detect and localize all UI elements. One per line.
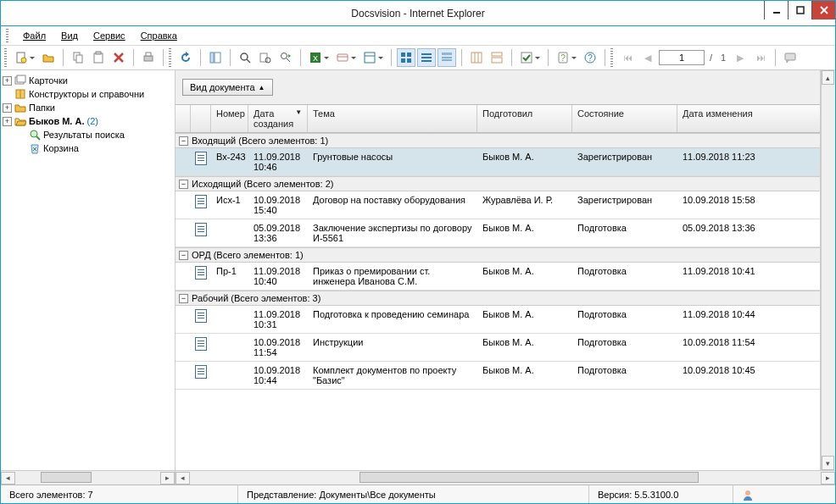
view-mode-button[interactable] bbox=[360, 48, 386, 67]
col-modified[interactable]: Дата изменения bbox=[677, 105, 794, 132]
group-row[interactable]: −Входящий (Всего элементов: 1) bbox=[176, 133, 820, 148]
tree-expander-spacer bbox=[3, 90, 12, 99]
table-row[interactable]: Пр-111.09.2018 10:40Приказ о премировани… bbox=[176, 263, 820, 291]
svg-rect-47 bbox=[785, 53, 795, 60]
columns-button[interactable] bbox=[467, 48, 486, 67]
grouping-button[interactable] bbox=[488, 48, 506, 67]
search-button[interactable] bbox=[236, 48, 254, 67]
col-number[interactable]: Номер bbox=[211, 105, 248, 132]
toggle-tree-button[interactable] bbox=[206, 48, 225, 67]
chat-button[interactable] bbox=[781, 48, 800, 67]
maximize-button[interactable] bbox=[788, 1, 811, 19]
copy-button[interactable] bbox=[69, 48, 87, 67]
tree-expander-icon[interactable]: + bbox=[3, 103, 12, 113]
col-state[interactable]: Состояние bbox=[572, 105, 677, 132]
group-row[interactable]: −ОРД (Всего элементов: 1) bbox=[176, 247, 820, 263]
group-row[interactable]: −Исходящий (Всего элементов: 2) bbox=[176, 176, 820, 191]
tree-expander-icon[interactable]: + bbox=[3, 76, 12, 86]
group-collapse-icon[interactable]: − bbox=[179, 251, 188, 260]
table-row[interactable]: 05.09.2018 13:36Заключение экспертизы по… bbox=[176, 219, 820, 247]
group-title: Исходящий (Всего элементов: 2) bbox=[192, 179, 333, 189]
table-row[interactable]: Вх-24311.09.2018 10:46Грунтовые насосыБы… bbox=[176, 148, 820, 176]
scroll-left-icon[interactable]: ◂ bbox=[1, 472, 15, 485]
group-collapse-icon[interactable]: − bbox=[179, 294, 188, 303]
menubar: Файл Вид Сервис Справка bbox=[1, 26, 835, 46]
menu-view[interactable]: Вид bbox=[54, 29, 85, 42]
copy-icon bbox=[71, 51, 85, 64]
col-expander[interactable] bbox=[176, 105, 191, 132]
help-dropdown-button[interactable]: ? bbox=[554, 48, 579, 67]
menu-service[interactable]: Сервис bbox=[86, 29, 132, 42]
document-icon bbox=[195, 365, 207, 379]
group-row[interactable]: −Рабочий (Всего элементов: 3) bbox=[176, 291, 820, 306]
grid-scroll-right-icon[interactable]: ▸ bbox=[821, 472, 835, 485]
scroll-down-icon[interactable]: ▾ bbox=[822, 456, 834, 470]
folder-tree[interactable]: +КарточкиКонструкторы и справочни+Папки+… bbox=[1, 70, 175, 470]
view-list-button[interactable] bbox=[417, 48, 436, 67]
tree-node[interactable]: Корзина bbox=[3, 141, 173, 155]
view-details-button[interactable] bbox=[438, 48, 456, 67]
tree-node[interactable]: Результаты поиска bbox=[3, 128, 173, 141]
svg-rect-12 bbox=[144, 56, 153, 61]
scroll-up-icon[interactable]: ▴ bbox=[822, 70, 834, 85]
card-action-button[interactable] bbox=[333, 48, 359, 67]
group-by-chip[interactable]: Вид документа ▲ bbox=[182, 79, 273, 96]
cell-created: 11.09.2018 10:31 bbox=[248, 306, 308, 333]
group-by-bar[interactable]: Вид документа ▲ bbox=[176, 70, 820, 105]
table-row[interactable]: 10.09.2018 10:44Комплект документов по п… bbox=[176, 362, 820, 390]
scroll-right-icon[interactable]: ▸ bbox=[160, 472, 175, 485]
grid-scroll-thumb[interactable] bbox=[359, 472, 699, 483]
col-icon[interactable] bbox=[191, 105, 211, 132]
grid-hscrollbar[interactable]: ◂ ▸ bbox=[176, 470, 835, 485]
group-title: ОРД (Всего элементов: 1) bbox=[192, 250, 304, 260]
check-button[interactable] bbox=[517, 48, 543, 67]
help-book-icon: ? bbox=[556, 51, 570, 64]
cell-theme: Грунтовые насосы bbox=[308, 148, 477, 165]
group-collapse-icon[interactable]: − bbox=[179, 180, 188, 189]
page-last-button[interactable]: ⏭ bbox=[751, 48, 770, 67]
table-row[interactable]: 11.09.2018 10:31Подготовка к проведению … bbox=[176, 306, 820, 334]
delete-button[interactable] bbox=[109, 48, 128, 67]
tree-node[interactable]: +Быков М. А. (2) bbox=[3, 114, 173, 128]
table-row[interactable]: Исх-110.09.2018 15:40Договор на поставку… bbox=[176, 191, 820, 219]
paste-button[interactable] bbox=[89, 48, 108, 67]
page-first-button[interactable]: ⏮ bbox=[618, 48, 637, 67]
help-button[interactable]: ? bbox=[581, 48, 599, 67]
group-collapse-icon[interactable]: − bbox=[179, 136, 188, 146]
advanced-search-button[interactable] bbox=[256, 48, 275, 67]
grid-scroll-left-icon[interactable]: ◂ bbox=[176, 472, 190, 485]
menu-file[interactable]: Файл bbox=[16, 29, 53, 42]
tree-label: Конструкторы и справочни bbox=[29, 89, 144, 99]
svg-point-54 bbox=[745, 490, 750, 496]
cell-modified: 11.09.2018 10:41 bbox=[677, 263, 794, 280]
find-next-button[interactable] bbox=[276, 48, 295, 67]
tree-expander-icon[interactable]: + bbox=[3, 117, 12, 126]
tree-scroll-thumb[interactable] bbox=[41, 472, 92, 483]
refresh-button[interactable] bbox=[176, 48, 195, 67]
cell-state: Подготовка bbox=[572, 219, 677, 236]
col-created[interactable]: Дата создания ▼ bbox=[248, 105, 308, 132]
tree-node[interactable]: +Папки bbox=[3, 101, 173, 114]
table-row[interactable]: 10.09.2018 11:54ИнструкцииБыков М. А.Под… bbox=[176, 334, 820, 362]
tree-node[interactable]: +Карточки bbox=[3, 74, 173, 87]
minimize-button[interactable] bbox=[764, 1, 788, 19]
svg-rect-7 bbox=[76, 55, 82, 63]
tree-hscrollbar[interactable]: ◂ ▸ bbox=[1, 470, 175, 485]
page-next-button[interactable]: ▶ bbox=[731, 48, 750, 67]
menu-help[interactable]: Справка bbox=[134, 29, 184, 42]
print-button[interactable] bbox=[139, 48, 158, 67]
view-icons-button[interactable] bbox=[397, 48, 415, 67]
tree-count: (2) bbox=[86, 116, 98, 126]
cell-number: Пр-1 bbox=[211, 263, 248, 280]
tree-node[interactable]: Конструкторы и справочни bbox=[3, 87, 173, 101]
new-doc-icon bbox=[14, 51, 28, 64]
open-folder-button[interactable] bbox=[39, 48, 58, 67]
new-button[interactable] bbox=[12, 48, 37, 67]
page-prev-button[interactable]: ◀ bbox=[638, 48, 657, 67]
grid-vscrollbar[interactable]: ▴ ▾ bbox=[821, 70, 835, 470]
page-number-input[interactable] bbox=[659, 50, 705, 65]
close-button[interactable] bbox=[811, 1, 835, 19]
col-prepared[interactable]: Подготовил bbox=[477, 105, 572, 132]
export-excel-button[interactable]: X bbox=[306, 48, 332, 67]
col-theme[interactable]: Тема bbox=[308, 105, 477, 132]
